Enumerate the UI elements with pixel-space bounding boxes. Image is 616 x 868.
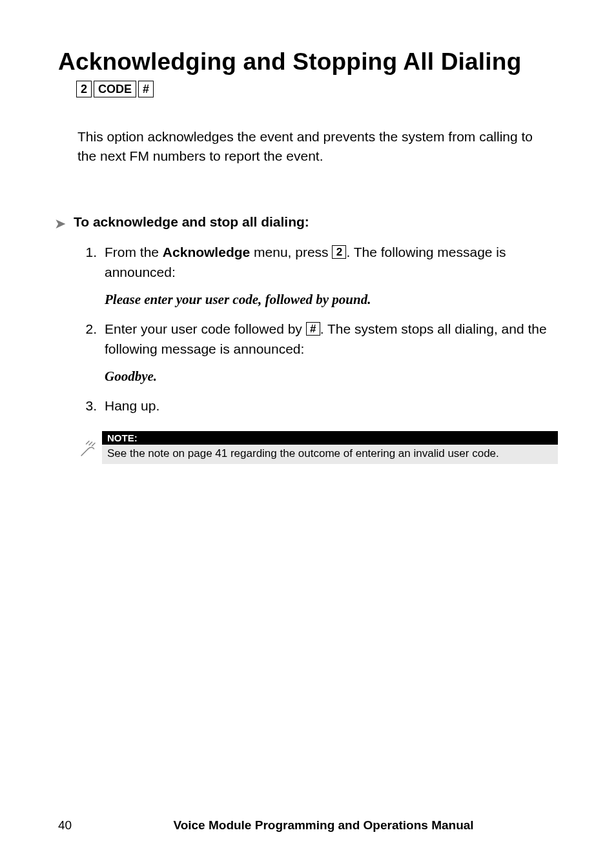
arrow-icon: ➤: [54, 216, 66, 232]
footer-manual-title: Voice Module Programming and Operations …: [89, 818, 558, 833]
step-list: From the Acknowledge menu, press 2. The …: [77, 242, 558, 416]
intro-paragraph: This option acknowledges the event and p…: [77, 127, 536, 166]
keycap-hash: #: [138, 81, 154, 97]
step-1-announcement: Please enter your user code, followed by…: [105, 290, 558, 310]
document-page: Acknowledging and Stopping All Dialing 2…: [0, 0, 616, 868]
note-icon: [77, 440, 99, 462]
note-header: NOTE:: [102, 431, 558, 445]
step-2: Enter your user code followed by #. The …: [94, 319, 558, 387]
step-1-text-a: From the: [105, 245, 163, 259]
step-2-announcement: Goodbye.: [105, 367, 558, 387]
step-1-text-c: menu, press: [250, 245, 332, 259]
step-3-text: Hang up.: [105, 398, 159, 413]
keycap-hash-inline: #: [306, 322, 320, 336]
page-footer: 40 Voice Module Programming and Operatio…: [0, 818, 616, 833]
step-2-text-a: Enter your user code followed by: [105, 321, 306, 336]
subheading-row: ➤ To acknowledge and stop all dialing:: [54, 214, 558, 230]
step-1-menu-name: Acknowledge: [163, 245, 250, 259]
page-title: Acknowledging and Stopping All Dialing: [58, 48, 558, 76]
step-3: Hang up.: [94, 396, 558, 416]
subheading: To acknowledge and stop all dialing:: [74, 214, 309, 230]
step-1: From the Acknowledge menu, press 2. The …: [94, 242, 558, 310]
keycap-2: 2: [76, 81, 92, 97]
note-body: See the note on page 41 regarding the ou…: [102, 445, 558, 464]
note-block: NOTE: See the note on page 41 regarding …: [77, 431, 558, 464]
title-key-sequence: 2 CODE #: [76, 81, 154, 97]
keycap-code: CODE: [94, 81, 136, 97]
note-content: NOTE: See the note on page 41 regarding …: [102, 431, 558, 464]
keycap-2-inline: 2: [332, 245, 346, 259]
